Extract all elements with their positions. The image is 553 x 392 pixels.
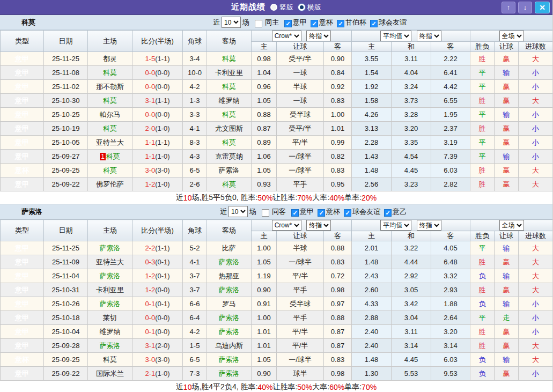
summary-segment: 让胜率: — [272, 382, 297, 392]
score-cell: 0-0(0-0) — [132, 66, 183, 80]
asian-away-odds: 0.88 — [324, 241, 352, 255]
asian-home-odds: 1.05 — [252, 94, 277, 108]
home-team: 科莫 — [103, 124, 117, 132]
euro-bookmaker-select[interactable]: 平均值 — [380, 31, 411, 41]
league-checkbox-coppa[interactable] — [311, 20, 318, 27]
league-checkbox-serie-a[interactable] — [284, 20, 292, 27]
league-checkbox-gamper[interactable] — [337, 20, 344, 27]
match-row: 意甲 25-11-02 那不勒斯 0-0(0-0) 4-2 科莫 0.96 半球… — [1, 80, 553, 94]
league-checkbox-coppa[interactable] — [318, 209, 325, 217]
match-row: 意杯 25-09-25 科莫 3-0(3-0) 6-5 萨索洛 1.05 一/球… — [1, 164, 553, 177]
euro-away-odds: 2.37 — [431, 122, 470, 136]
full-match-select[interactable]: 全场 — [499, 31, 524, 41]
move-down-button[interactable]: ↓ — [518, 2, 532, 13]
result-win-draw-loss: 胜 — [470, 255, 495, 269]
result-handicap: 输 — [495, 150, 519, 164]
asian-away-odds: 0.72 — [324, 269, 352, 283]
euro-draw-odds: 4.54 — [392, 150, 431, 164]
asian-away-odds: 0.99 — [324, 136, 352, 150]
away-team-cell: 科莫 — [207, 108, 252, 122]
corner-score: 6-4 — [183, 311, 207, 325]
asian-bookmaker-select[interactable]: Crow* — [272, 31, 301, 41]
asian-handicap: 一球 — [277, 66, 324, 80]
euro-away-odds: 6.03 — [431, 164, 470, 177]
halftime-score: (1-1) — [155, 97, 169, 105]
euro-away-odds: 3.20 — [431, 325, 470, 339]
home-team: 维罗纳 — [100, 328, 121, 336]
move-up-button[interactable]: ↑ — [502, 2, 515, 13]
league-checkbox-serie-a[interactable] — [291, 209, 299, 217]
games-count-select[interactable]: 10 — [222, 17, 241, 28]
same-venue-label: 同主 — [265, 18, 279, 27]
asian-handicap: 平手 — [277, 283, 324, 297]
home-team-cell: 萨索洛 — [88, 269, 132, 283]
result-goals: 小 — [519, 150, 553, 164]
result-win-draw-loss: 胜 — [470, 164, 495, 177]
match-date: 25-09-25 — [44, 164, 88, 177]
asian-stage-select[interactable]: 终指 — [306, 220, 331, 231]
match-type-cell: 意甲 — [1, 122, 44, 136]
league-checkbox-friendly[interactable] — [370, 20, 378, 27]
asian-bookmaker-select[interactable]: Crow* — [272, 220, 301, 231]
match-date: 25-11-08 — [44, 66, 88, 80]
halftime-score: (1-1) — [155, 244, 169, 252]
league-checkbox-friendly[interactable] — [344, 209, 351, 217]
close-button[interactable]: ✕ — [535, 2, 550, 13]
radio-horizontal-layout[interactable]: 横版 — [298, 3, 321, 12]
asian-home-odds: 0.91 — [252, 297, 277, 311]
result-handicap: 赢 — [495, 283, 519, 297]
match-type-cell: 意甲 — [1, 283, 44, 297]
radio-vertical-icon[interactable] — [270, 4, 277, 11]
match-row: 意甲 25-10-05 亚特兰大 1-1(1-1) 8-3 科莫 0.89 平/… — [1, 136, 553, 150]
home-team: 佛罗伦萨 — [96, 180, 124, 188]
same-venue-checkbox[interactable] — [255, 20, 262, 27]
score-cell: 3-0(3-0) — [132, 164, 183, 177]
games-count-select[interactable]: 10 — [228, 206, 248, 217]
league-checkbox-serie-b[interactable] — [384, 209, 392, 217]
result-win-draw-loss: 负 — [470, 353, 495, 367]
result-win-draw-loss: 平 — [470, 311, 495, 325]
same-venue-checkbox[interactable] — [262, 209, 269, 217]
asian-home-odds: 1.01 — [252, 339, 277, 353]
score-cell: 0-0(0-0) — [132, 108, 183, 122]
same-venue-label: 同客 — [272, 207, 286, 217]
asian-handicap: 半球 — [277, 80, 324, 94]
asian-home-odds: 0.88 — [252, 108, 277, 122]
full-match-select[interactable]: 全场 — [499, 220, 524, 231]
result-goals: 小 — [519, 66, 553, 80]
summary-segment: 近 — [176, 382, 183, 392]
halftime-score: (0-0) — [155, 286, 169, 294]
match-row: 意甲 25-09-28 萨索洛 3-1(2-0) 1-5 乌迪内斯 1.01 平… — [1, 339, 553, 353]
result-win-draw-loss: 负 — [470, 367, 495, 381]
section-header-como: 科莫 近 10 场 同主 意甲 意杯 甘伯杯 球会友谊 — [0, 15, 552, 30]
match-date: 25-10-31 — [44, 283, 88, 297]
asian-away-odds: 0.88 — [324, 311, 352, 325]
euro-bookmaker-select[interactable]: 平均值 — [380, 220, 411, 231]
euro-stage-select[interactable]: 终指 — [417, 31, 441, 41]
radio-vertical-layout[interactable]: 竖版 — [270, 3, 293, 12]
match-type-cell: 意甲 — [1, 136, 44, 150]
euro-away-odds: 6.48 — [431, 255, 470, 269]
euro-draw-odds: 3.35 — [392, 136, 431, 150]
score-cell: 3-1(1-1) — [132, 94, 183, 108]
halftime-score: (0-0) — [155, 69, 169, 77]
fulltime-score: 1-1 — [145, 152, 155, 160]
asian-handicap: 球半 — [277, 367, 324, 381]
away-team-cell: 萨索洛 — [207, 353, 252, 367]
asian-stage-select[interactable]: 终指 — [306, 31, 331, 41]
euro-draw-odds: 5.53 — [392, 367, 431, 381]
euro-away-odds: 3.32 — [431, 269, 470, 283]
away-team-cell: 比萨 — [207, 241, 252, 255]
subcol-wdl: 胜负 — [470, 231, 495, 241]
filters-como: 近 10 场 同主 意甲 意杯 甘伯杯 球会友谊 — [211, 17, 407, 28]
summary-segment: 20% — [362, 194, 377, 202]
euro-home-odds: 2.40 — [352, 325, 392, 339]
result-win-draw-loss: 平 — [470, 80, 495, 94]
asian-away-odds: 0.82 — [324, 150, 352, 164]
match-type-cell: 意甲 — [1, 52, 44, 66]
score-cell: 1-2(0-0) — [132, 283, 183, 297]
home-team: 亚特兰大 — [96, 258, 124, 266]
radio-horizontal-icon[interactable] — [298, 4, 305, 11]
result-handicap: 赢 — [495, 94, 519, 108]
euro-stage-select[interactable]: 终指 — [417, 220, 441, 231]
